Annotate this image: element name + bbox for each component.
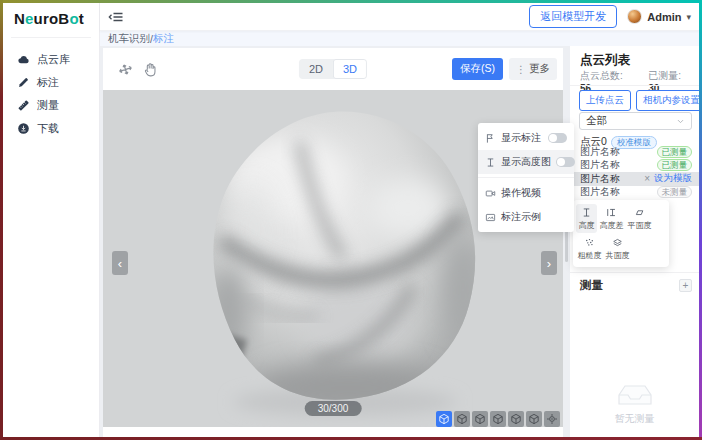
measure-empty-state: 暂无测量 xyxy=(570,378,699,426)
more-button[interactable]: ⋮更多 xyxy=(509,58,557,80)
more-dropdown-menu: 显示标注 显示高度图 操作视频 标注示例 xyxy=(478,123,574,232)
stat-measured-label: 已测量: xyxy=(648,70,681,81)
add-measure-button[interactable]: + xyxy=(679,279,692,292)
view-cube-top-button[interactable] xyxy=(508,411,524,427)
save-button[interactable]: 保存(S) xyxy=(452,58,503,80)
prev-image-button[interactable]: ‹ xyxy=(112,251,128,275)
view-cube-bottom-button[interactable] xyxy=(526,411,542,427)
coplanarity-icon xyxy=(612,237,623,248)
flag-icon xyxy=(485,133,496,144)
tool-flatness[interactable]: 平面度 xyxy=(626,204,653,233)
status-badge: 已测量 xyxy=(657,146,693,158)
tool-label: 粗糙度 xyxy=(578,250,602,261)
show-annotation-toggle[interactable] xyxy=(548,133,567,143)
main-area: 返回模型开发 Admin ▾ 机车识别/标注 2D 3D xyxy=(100,3,699,437)
divider xyxy=(478,177,574,178)
camera-params-button[interactable]: 相机内参设置 xyxy=(636,90,702,111)
panel-actions: 上传点云 相机内参设置 xyxy=(579,90,694,111)
sidebar-item-annotate[interactable]: 标注 xyxy=(3,71,99,94)
frame-border-top xyxy=(0,0,702,3)
caret-down-icon: ▾ xyxy=(686,12,691,22)
view-cube-left-button[interactable] xyxy=(472,411,488,427)
list-item[interactable]: 图片名称 已测量 xyxy=(570,159,699,173)
more-label: 更多 xyxy=(529,62,550,76)
ibeam-icon xyxy=(485,157,496,168)
breadcrumb-current: 标注 xyxy=(153,32,174,46)
menu-item-label: 显示高度图 xyxy=(501,155,551,169)
next-image-button[interactable]: › xyxy=(541,251,557,275)
show-heightmap-toggle[interactable] xyxy=(556,157,575,167)
video-icon xyxy=(485,188,496,199)
file-name: 图片名称 xyxy=(580,145,657,159)
tool-height[interactable]: 高度 xyxy=(576,204,597,233)
avatar xyxy=(627,9,642,24)
view-cube-front-button[interactable] xyxy=(436,411,452,427)
tool-label: 高度差 xyxy=(600,220,624,231)
panel-title: 点云列表 xyxy=(580,52,630,69)
list-item[interactable]: 图片名称 已测量 xyxy=(570,145,699,159)
status-badge: 未测量 xyxy=(657,186,693,198)
sidebar: NeuroBot 点云库 标注 测量 下载 xyxy=(3,3,100,437)
stat-total-label: 点云总数: xyxy=(580,70,623,81)
measure-title: 测量 xyxy=(580,278,603,293)
tool-label: 高度 xyxy=(579,220,595,231)
close-icon[interactable]: × xyxy=(644,173,650,184)
empty-inbox-icon xyxy=(615,378,655,408)
app-logo: NeuroBot xyxy=(3,3,99,33)
view-cube-back-button[interactable] xyxy=(454,411,470,427)
image-pager-badge: 30/300 xyxy=(305,401,362,416)
menu-item-label: 显示标注 xyxy=(501,131,543,145)
sidebar-item-pointcloud-library[interactable]: 点云库 xyxy=(3,48,99,71)
tool-roughness[interactable]: 粗糙度 xyxy=(576,234,603,263)
set-as-template-link[interactable]: 设为模版 xyxy=(654,172,692,185)
file-name: 图片名称 xyxy=(580,172,644,186)
measure-tools-popup: 高度 高度差 平面度 粗糙度 xyxy=(573,200,669,267)
view-reset-center-button[interactable] xyxy=(544,411,560,427)
menu-item-show-annotation[interactable]: 显示标注 xyxy=(478,126,574,150)
user-menu[interactable]: Admin ▾ xyxy=(627,9,691,24)
height-diff-icon xyxy=(606,207,617,218)
upload-pointcloud-button[interactable]: 上传点云 xyxy=(579,90,631,111)
list-item-selected[interactable]: 图片名称 × 设为模版 xyxy=(570,172,699,186)
move-rotate-icon[interactable] xyxy=(117,61,134,78)
viewer-toolbar: 2D 3D 保存(S) ⋮更多 xyxy=(103,48,563,90)
tool-height-difference[interactable]: 高度差 xyxy=(598,204,625,233)
measure-section-header: 测量 + xyxy=(580,278,692,293)
empty-text: 暂无测量 xyxy=(615,412,655,426)
menu-item-tutorial-video[interactable]: 操作视频 xyxy=(478,181,574,205)
tool-label: 平面度 xyxy=(628,220,652,231)
menu-fold-icon[interactable] xyxy=(108,9,124,25)
view-cube-right-button[interactable] xyxy=(490,411,506,427)
sidebar-item-label: 测量 xyxy=(37,98,59,113)
list-item[interactable]: 图片名称 未测量 xyxy=(570,186,699,200)
hand-pan-icon[interactable] xyxy=(142,61,159,78)
user-name: Admin xyxy=(647,11,681,23)
filter-select[interactable]: 全部 xyxy=(579,112,692,130)
height-icon xyxy=(581,207,592,218)
logo-text: t xyxy=(79,10,84,27)
app-window: NeuroBot 点云库 标注 测量 下载 返回模型开发 Admin xyxy=(0,0,702,440)
file-list: 图片名称 已测量 图片名称 已测量 图片名称 × 设为模版 图片名称 未测量 xyxy=(570,145,699,199)
roughness-icon xyxy=(584,237,595,248)
back-to-model-dev-button[interactable]: 返回模型开发 xyxy=(529,5,617,28)
mode-3d-button[interactable]: 3D xyxy=(333,59,367,79)
dimension-toggle: 2D 3D xyxy=(299,59,367,79)
ruler-icon xyxy=(17,99,30,112)
menu-item-show-heightmap[interactable]: 显示高度图 xyxy=(478,150,574,174)
logo-gear-o: o xyxy=(69,10,78,27)
logo-gear-e: e xyxy=(25,10,34,27)
sidebar-item-measure[interactable]: 测量 xyxy=(3,94,99,117)
menu-item-annotation-example[interactable]: 标注示例 xyxy=(478,205,574,229)
more-dots-icon: ⋮ xyxy=(516,64,526,75)
menu-item-label: 操作视频 xyxy=(501,186,567,200)
sidebar-item-label: 标注 xyxy=(37,75,59,90)
breadcrumb: 机车识别/标注 xyxy=(100,31,699,46)
frame-border-left xyxy=(0,0,3,440)
sidebar-item-download[interactable]: 下载 xyxy=(3,117,99,140)
tool-coplanarity[interactable]: 共面度 xyxy=(604,234,631,263)
breadcrumb-parent[interactable]: 机车识别 xyxy=(108,32,150,46)
mode-2d-button[interactable]: 2D xyxy=(299,59,333,79)
pen-icon xyxy=(17,76,30,89)
pointcloud-list-panel: 点云列表 点云总数: 56 已测量: 30 上传点云 相机内参设置 全部 点云0… xyxy=(570,46,699,437)
download-icon xyxy=(17,122,30,135)
